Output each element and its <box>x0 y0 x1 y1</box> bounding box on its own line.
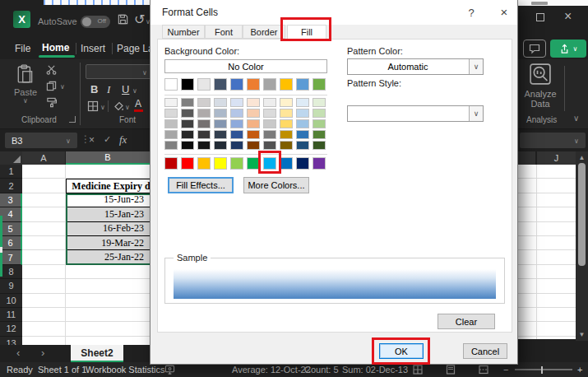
autosave-toggle[interactable]: Off <box>81 16 110 28</box>
palette-swatch[interactable] <box>230 98 243 107</box>
cell-b13[interactable] <box>66 337 150 345</box>
palette-swatch[interactable] <box>197 78 211 91</box>
row-header-1[interactable]: 1 <box>0 165 22 179</box>
cell-b2[interactable]: Medicine Expiry d <box>66 179 150 193</box>
tab-insert[interactable]: Insert <box>81 43 105 54</box>
palette-swatch[interactable] <box>197 141 211 150</box>
palette-swatch[interactable] <box>164 130 178 139</box>
cell-a2[interactable] <box>22 179 66 193</box>
palette-swatch[interactable] <box>164 141 178 150</box>
fill-color-chevron-icon[interactable]: ∨ <box>125 104 130 111</box>
palette-swatch[interactable] <box>296 78 309 91</box>
palette-swatch[interactable] <box>214 130 227 139</box>
palette-swatch[interactable] <box>280 78 293 91</box>
pattern-style-chevron-icon[interactable]: ∨ <box>469 106 483 121</box>
palette-swatch[interactable] <box>263 78 276 91</box>
cut-icon[interactable] <box>46 64 57 75</box>
row-header-3[interactable]: 3 <box>0 193 22 207</box>
palette-swatch[interactable] <box>181 98 194 107</box>
palette-swatch[interactable] <box>313 119 326 128</box>
palette-swatch[interactable] <box>280 98 293 107</box>
palette-swatch[interactable] <box>181 157 194 170</box>
dialog-tab-fill[interactable]: Fill <box>287 25 326 40</box>
palette-swatch[interactable] <box>214 78 227 91</box>
row-header-7[interactable]: 7 <box>0 250 22 264</box>
palette-swatch[interactable] <box>247 98 260 107</box>
fill-color-icon[interactable] <box>113 100 124 111</box>
palette-swatch[interactable] <box>296 109 309 118</box>
palette-swatch[interactable] <box>230 157 243 170</box>
font-color-button[interactable]: A <box>135 98 141 109</box>
dialog-help-icon[interactable]: ? <box>465 7 478 19</box>
cell-a5[interactable] <box>22 222 66 236</box>
palette-swatch[interactable] <box>164 78 178 91</box>
name-box[interactable]: B3 ∨ <box>5 133 77 148</box>
column-header-b[interactable]: B <box>66 151 150 165</box>
palette-swatch[interactable] <box>296 130 309 139</box>
pattern-color-combobox[interactable]: Automatic ∨ <box>347 58 484 75</box>
palette-swatch[interactable] <box>181 130 194 139</box>
palette-swatch[interactable] <box>197 130 211 139</box>
palette-swatch[interactable] <box>296 98 309 107</box>
cell-a12[interactable] <box>22 322 66 336</box>
palette-swatch[interactable] <box>230 78 243 91</box>
palette-swatch[interactable] <box>197 157 211 170</box>
undo-icon[interactable]: ↺ <box>134 12 145 27</box>
dialog-close-icon[interactable]: × <box>498 5 511 19</box>
palette-swatch[interactable] <box>247 130 260 139</box>
cell-b10[interactable] <box>66 294 150 308</box>
palette-swatch[interactable] <box>230 141 243 150</box>
cell-b1[interactable] <box>66 165 150 179</box>
fill-effects-button[interactable]: Fill Effects... <box>168 177 234 193</box>
select-all-corner[interactable] <box>0 151 22 165</box>
palette-swatch[interactable] <box>214 119 227 128</box>
palette-swatch[interactable] <box>263 98 276 107</box>
ok-button[interactable]: OK <box>379 343 424 359</box>
scroll-down-icon[interactable]: ▼ <box>576 331 588 338</box>
sheet-grid[interactable]: 12345678910111213 Medicine Expiry d15-Ju… <box>0 165 150 345</box>
borders-chevron-icon[interactable]: ∨ <box>100 104 105 111</box>
sheet-prev-icon[interactable]: ‹ <box>16 347 20 359</box>
no-color-button[interactable]: No Color <box>164 59 327 73</box>
cell-a6[interactable] <box>22 236 66 250</box>
palette-swatch[interactable] <box>230 130 243 139</box>
palette-swatch[interactable] <box>197 98 211 107</box>
clear-button[interactable]: Clear <box>438 314 495 329</box>
copy-chevron-icon[interactable]: ∨ <box>60 83 65 91</box>
zoom-slider-thumb[interactable] <box>541 366 543 374</box>
cell-b9[interactable] <box>66 279 150 293</box>
row-header-13[interactable]: 13 <box>0 337 22 345</box>
palette-swatch[interactable] <box>313 109 326 118</box>
display-settings-icon[interactable] <box>164 365 175 375</box>
palette-swatch[interactable] <box>247 157 260 170</box>
comments-button[interactable] <box>523 40 546 58</box>
sheet-grid-right[interactable] <box>518 165 576 339</box>
cell-b4[interactable]: 15-Jan-23 <box>66 207 150 221</box>
row-header-2[interactable]: 2 <box>0 179 22 193</box>
palette-swatch[interactable] <box>247 141 260 150</box>
tab-home[interactable]: Home <box>42 42 69 54</box>
bold-button[interactable]: B <box>90 83 98 95</box>
row-header-9[interactable]: 9 <box>0 279 22 293</box>
underline-button[interactable]: U <box>122 83 129 95</box>
palette-swatch[interactable] <box>280 141 293 150</box>
palette-swatch[interactable] <box>181 78 194 91</box>
cell-a3[interactable] <box>22 193 66 207</box>
palette-swatch[interactable] <box>263 157 276 170</box>
row-header-6[interactable]: 6 <box>0 236 22 250</box>
restore-window-icon[interactable] <box>536 13 544 21</box>
row-header-12[interactable]: 12 <box>0 322 22 336</box>
page-break-view-icon[interactable] <box>479 365 488 375</box>
formula-bar-right[interactable]: ∨ <box>520 133 586 148</box>
palette-swatch[interactable] <box>280 119 293 128</box>
cell-a1[interactable] <box>22 165 66 179</box>
palette-swatch[interactable] <box>181 119 194 128</box>
cell-b8[interactable] <box>66 265 150 279</box>
share-button[interactable]: ∨ <box>550 40 586 58</box>
palette-swatch[interactable] <box>263 130 276 139</box>
analyze-data-button[interactable]: Analyze Data <box>521 63 559 114</box>
palette-swatch[interactable] <box>280 130 293 139</box>
column-header-i-partial[interactable] <box>518 151 536 165</box>
palette-swatch[interactable] <box>263 109 276 118</box>
palette-swatch[interactable] <box>214 98 227 107</box>
